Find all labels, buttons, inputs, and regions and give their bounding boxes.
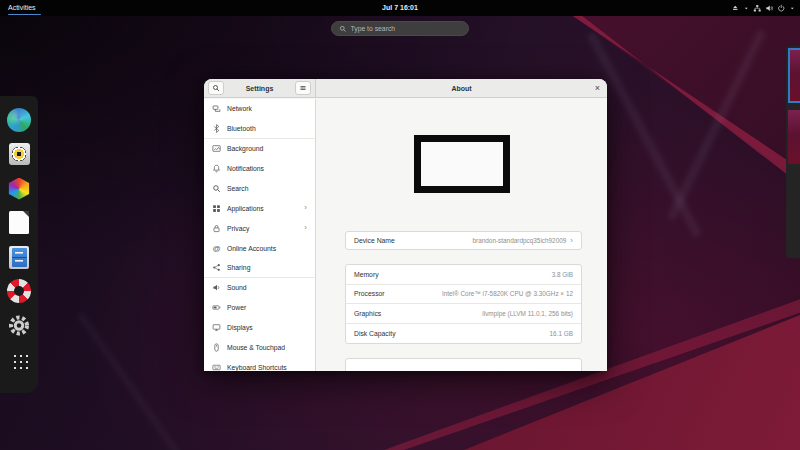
- mouse-icon: [212, 343, 221, 352]
- sidebar-item-sound[interactable]: Sound: [204, 278, 315, 298]
- info-row-memory: Memory3.8 GiB: [346, 265, 581, 285]
- content-header: About ×: [316, 79, 607, 98]
- chevron-right-icon: ›: [304, 224, 307, 232]
- info-label: Memory: [354, 271, 379, 278]
- partial-card-clipped: [345, 358, 582, 371]
- about-panel: Device Name brandon-standardpcq35ich9200…: [317, 99, 607, 371]
- sidebar-item-online-accounts[interactable]: @Online Accounts: [204, 238, 315, 258]
- sidebar-item-background[interactable]: Background: [204, 139, 315, 159]
- top-bar: Activities Jul 7 16:01: [0, 0, 800, 16]
- settings-sidebar: NetworkBluetoothBackgroundNotificationsS…: [204, 99, 316, 371]
- sidebar-item-label: Displays: [227, 324, 253, 331]
- search-input[interactable]: Type to search: [331, 21, 469, 36]
- info-label: Graphics: [354, 310, 381, 317]
- volume-icon[interactable]: [765, 4, 774, 13]
- sidebar-item-label: Background: [227, 145, 263, 152]
- power-icon: [212, 303, 221, 312]
- sidebar-item-displays[interactable]: Displays: [204, 318, 315, 338]
- search-icon: [339, 25, 347, 33]
- sidebar-item-label: Network: [227, 105, 252, 112]
- sidebar-item-label: Applications: [227, 205, 264, 212]
- sidebar-item-label: Bluetooth: [227, 125, 256, 132]
- sidebar-item-network[interactable]: Network: [204, 99, 315, 119]
- computer-monitor-icon: [414, 135, 510, 193]
- sharing-icon: [212, 263, 221, 272]
- desktop: Activities Jul 7 16:01 Type to search Se…: [0, 0, 800, 450]
- device-name-label: Device Name: [354, 237, 395, 244]
- info-value: 16.1 GB: [550, 330, 573, 337]
- settings-menu-button[interactable]: [295, 81, 311, 95]
- device-name-card: Device Name brandon-standardpcq35ich9200…: [345, 231, 582, 250]
- sidebar-item-keyboard-shortcuts[interactable]: Keyboard Shortcuts: [204, 358, 315, 371]
- dock-item-files[interactable]: [7, 245, 31, 269]
- sidebar-item-search[interactable]: Search: [204, 179, 315, 199]
- dock-item-documents[interactable]: [7, 211, 31, 235]
- settings-window: Settings About × NetworkBluetoothBackgro…: [204, 79, 607, 371]
- dock-item-help[interactable]: [7, 279, 31, 303]
- sidebar-item-privacy[interactable]: Privacy›: [204, 218, 315, 238]
- privacy-icon: [212, 224, 221, 233]
- sidebar-item-sharing[interactable]: Sharing: [204, 258, 315, 278]
- dock-item-web-browser[interactable]: [7, 108, 31, 132]
- sidebar-item-mouse-touchpad[interactable]: Mouse & Touchpad: [204, 338, 315, 358]
- sound-icon: [212, 283, 221, 292]
- sidebar-item-label: Sharing: [227, 264, 250, 271]
- sidebar-item-label: Keyboard Shortcuts: [227, 364, 287, 371]
- documents-icon: [9, 211, 29, 234]
- search-icon: [212, 184, 221, 193]
- info-value: 3.8 GiB: [552, 271, 573, 278]
- sidebar-item-power[interactable]: Power: [204, 298, 315, 318]
- eject-icon[interactable]: [731, 4, 740, 13]
- sidebar-item-label: Search: [227, 185, 249, 192]
- sidebar-header: Settings: [204, 79, 316, 98]
- power-button-icon[interactable]: [777, 4, 786, 13]
- chevron-right-icon: ›: [304, 204, 307, 212]
- info-label: Processor: [354, 290, 385, 297]
- music-icon: [9, 143, 30, 165]
- sidebar-item-applications[interactable]: Applications›: [204, 198, 315, 218]
- help-icon: [7, 279, 31, 303]
- chevron-right-icon: ›: [570, 237, 573, 245]
- online-accounts-icon: @: [212, 244, 221, 253]
- sidebar-item-label: Sound: [227, 284, 247, 291]
- info-row-disk-capacity: Disk Capacity16.1 GB: [346, 324, 581, 344]
- sidebar-item-label: Power: [227, 304, 246, 311]
- activities-active-underline: [8, 14, 41, 16]
- info-row-processor: ProcessorIntel® Core™ i7-5820K CPU @ 3.3…: [346, 285, 581, 305]
- sidebar-item-label: Mouse & Touchpad: [227, 344, 285, 351]
- sidebar-item-notifications[interactable]: Notifications: [204, 159, 315, 179]
- info-value: Intel® Core™ i7-5820K CPU @ 3.30GHz × 12: [442, 290, 573, 297]
- show-apps-icon: [11, 352, 28, 369]
- sidebar-item-label: Online Accounts: [227, 245, 276, 252]
- dock-item-show-apps[interactable]: [7, 348, 31, 372]
- settings-icon: [7, 313, 31, 338]
- dock-item-settings[interactable]: [7, 314, 31, 338]
- sidebar-item-label: Privacy: [227, 225, 249, 232]
- photos-icon: [8, 178, 30, 200]
- network-icon: [212, 104, 221, 113]
- workspace-thumbnail[interactable]: [788, 110, 800, 164]
- caret-down-icon[interactable]: [789, 5, 796, 12]
- clock[interactable]: Jul 7 16:01: [382, 0, 418, 16]
- keyboard-icon: [212, 363, 221, 371]
- device-name-value: brandon-standardpcq35ich92009: [473, 237, 567, 244]
- device-name-row[interactable]: Device Name brandon-standardpcq35ich9200…: [346, 232, 581, 249]
- dock-item-photos[interactable]: [7, 177, 31, 201]
- displays-icon: [212, 323, 221, 332]
- workspace-switcher: [786, 46, 800, 258]
- caret-down-icon[interactable]: [743, 5, 750, 12]
- sidebar-item-label: Notifications: [227, 165, 264, 172]
- dock-item-music[interactable]: [7, 142, 31, 166]
- system-info-card: Memory3.8 GiBProcessorIntel® Core™ i7-58…: [345, 264, 582, 344]
- search-icon: [212, 84, 220, 92]
- sidebar-item-bluetooth[interactable]: Bluetooth: [204, 119, 315, 139]
- settings-search-button[interactable]: [208, 81, 224, 95]
- bluetooth-icon: [212, 124, 221, 133]
- web-browser-icon: [7, 108, 31, 132]
- workspace-thumbnail-active[interactable]: [788, 48, 800, 103]
- system-tray[interactable]: [731, 0, 796, 16]
- tray-network-icon[interactable]: [753, 4, 762, 13]
- info-row-graphics: Graphicsllvmpipe (LLVM 11.0.1, 256 bits): [346, 304, 581, 324]
- page-title-about: About: [316, 85, 607, 92]
- close-icon[interactable]: ×: [595, 84, 600, 93]
